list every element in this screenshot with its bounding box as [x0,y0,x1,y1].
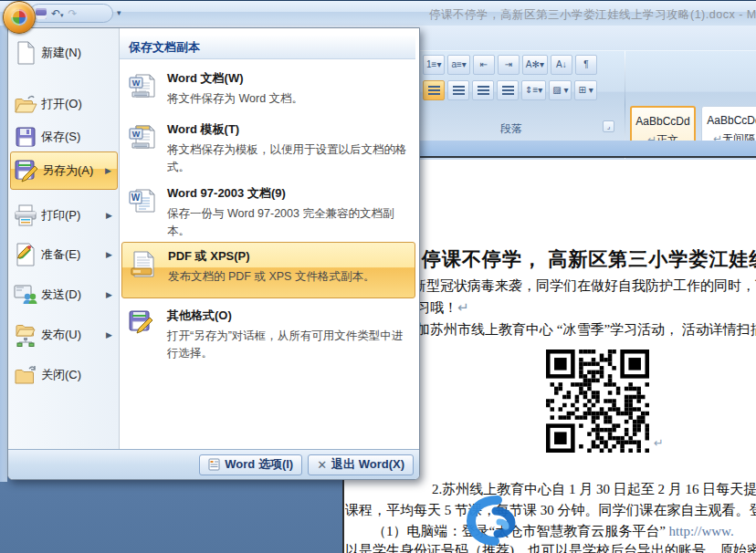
save-as-submenu: 保存文档副本 W Word 文档(W) 将文件保存为 Word 文档。 W Wo… [120,28,419,450]
submenu-arrow-icon: ▶ [106,250,112,259]
publish-folder-icon [10,323,41,347]
sort-button[interactable]: A↓ [551,55,572,75]
menu-item-new[interactable]: 新建(N) [10,36,118,70]
submenu-item-pdf-xps[interactable]: PDF 或 XPS(P) 发布文档的 PDF 或 XPS 文件格式副本。 [121,242,415,298]
word-options-button[interactable]: Word 选项(I) [199,454,302,475]
shading-button[interactable]: ▨ ▾ [549,80,572,100]
align-center-button[interactable] [447,80,469,100]
new-document-icon [10,41,41,65]
qr-code-image [546,350,649,453]
pdf-xps-icon [130,248,168,297]
document-paragraph: （1）电脑端：登录“太仓市智慧教育云服务平台” http://www. [373,523,734,540]
submenu-arrow-icon: ▶ [106,330,112,339]
menu-item-publish[interactable]: 发布(U) ▶ [10,318,118,352]
align-left-button[interactable] [423,80,445,100]
word-options-icon [208,458,220,471]
paragraph-group-label: 段落 [500,121,522,137]
office-menu-footer: Word 选项(I) ✕ 退出 Word(X) [8,449,419,479]
save-as-icon [11,159,42,183]
close-x-icon: ✕ [317,458,327,472]
svg-text:W: W [132,130,141,139]
submenu-item-word-document[interactable]: W Word 文档(W) 将文件保存为 Word 文档。 [121,65,415,109]
document-title: 停课不停学， 高新区第三小学娄江娃线上学 [422,246,756,272]
redo-icon[interactable]: ↷ [68,8,78,19]
align-lines-icon [478,86,489,96]
borders-button[interactable]: ⊞ ▾ [574,80,596,100]
office-menu: 新建(N) 打开(O) 保存(S) 另存为(A) ▶ [7,27,420,480]
style-sample-text: AaBbCcDd [632,115,694,128]
menu-item-close[interactable]: 关闭(C) [10,358,118,392]
align-lines-icon [428,86,440,96]
office-button[interactable] [3,1,36,34]
save-icon[interactable] [36,8,47,19]
menu-item-open[interactable]: 打开(O) [10,87,118,121]
submenu-arrow-icon: ▶ [106,211,112,220]
justify-button[interactable] [497,80,519,100]
window-title: 停课不停学，高新区第三小学娄江娃线上学习攻略(1).docx - Micr [429,7,756,23]
submenu-arrow-icon: ▶ [106,290,112,299]
word-template-icon: W [129,121,167,176]
customize-qat-icon[interactable]: ▾ [117,8,121,17]
submenu-item-word-97-2003[interactable]: W Word 97-2003 文档(9) 保存一份与 Word 97-2003 … [121,180,415,240]
submenu-item-other-formats[interactable]: 其他格式(O) 打开“另存为”对话框，从所有可用文件类型中进行选择。 [121,302,415,362]
paragraph-mark: ↵ [654,436,664,450]
svg-text:W: W [131,193,141,203]
document-paragraph: 课程，平均每天 5 节课，每节课 30 分钟。同学们课在家自主观看。登 [345,502,756,519]
align-right-button[interactable] [472,80,494,100]
svg-text:W: W [132,78,141,88]
word-window: 1≡▾ a≡▾ ⇤ ⇥ A✻▾ A↓ ¶ ⇕≡▾ ▨ ▾ ⊞ ▾ 段落 ⌟ [0,0,756,553]
hyperlink-text[interactable]: http://www. [669,524,734,538]
menu-item-send[interactable]: 发送(D) ▶ [10,277,118,312]
prepare-document-icon [10,243,41,266]
align-lines-icon [453,86,465,96]
printer-icon [10,204,41,226]
office-menu-left-pane: 新建(N) 打开(O) 保存(S) 另存为(A) ▶ [8,28,120,450]
style-sample-text: AaBbCcDd [702,114,756,127]
decrease-indent-button[interactable]: ⇤ [473,55,495,75]
increase-indent-button[interactable]: ⇥ [498,55,520,75]
align-lines-icon [502,86,514,96]
title-bar[interactable]: ↶▾ ↷ ▾ 停课不停学，高新区第三小学娄江娃线上学习攻略(1).docx - … [0,0,756,26]
save-icon [10,126,41,148]
menu-item-save-as[interactable]: 另存为(A) ▶ [10,151,118,190]
numbered-list-button[interactable]: 1≡▾ [423,55,445,75]
document-paragraph: 新型冠状病毒来袭，同学们在做好自我防护工作的同时，可以 [413,277,756,295]
exit-word-button[interactable]: ✕ 退出 Word(X) [308,454,414,475]
word-document-icon: W [129,70,167,109]
window-frame-edge [0,26,7,482]
submenu-arrow-icon: ▶ [105,166,111,175]
open-folder-icon [10,93,41,115]
document-paragraph: 习哦！↵ [416,299,469,317]
menu-item-prepare[interactable]: 准备(E) ▶ [10,237,118,272]
menu-item-save[interactable]: 保存(S) [10,120,118,154]
show-marks-button[interactable]: ¶ [575,55,597,75]
other-formats-icon [129,308,167,362]
undo-icon[interactable]: ↶▾ [51,8,64,19]
quick-access-toolbar: ↶▾ ↷ [29,4,113,23]
document-paragraph: 以是学生身份证号码（推荐)，也可以是学校后台导出的账号，原始密码 [345,542,756,553]
send-email-icon [10,284,41,306]
video-watermark-logo [461,494,534,548]
asian-layout-button[interactable]: A✻▾ [522,55,548,75]
submenu-header: 保存文档副本 [120,36,415,59]
line-spacing-button[interactable]: ⇕≡▾ [521,80,546,100]
close-folder-icon [10,364,41,386]
office-logo-icon [11,9,27,26]
menu-item-print[interactable]: 打印(P) ▶ [10,198,118,233]
word-97-2003-icon: W [129,185,167,240]
submenu-item-word-template[interactable]: W Word 模板(T) 将文档保存为模板，以便用于设置以后文档的格式。 [121,116,415,176]
document-paragraph: 加苏州市线上教育中心 “冰雪季”学习活动， 活动详情扫描二 [416,321,756,339]
multilevel-list-button[interactable]: a≡▾ [447,55,469,75]
paragraph-dialog-launcher[interactable]: ⌟ [603,120,614,132]
